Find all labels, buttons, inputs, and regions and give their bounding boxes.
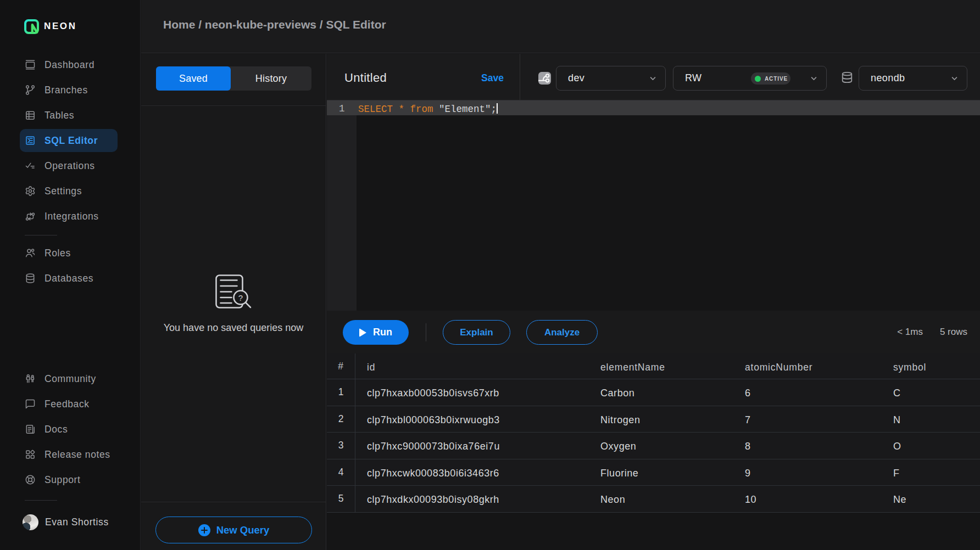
svg-text:?: ?	[238, 293, 242, 302]
